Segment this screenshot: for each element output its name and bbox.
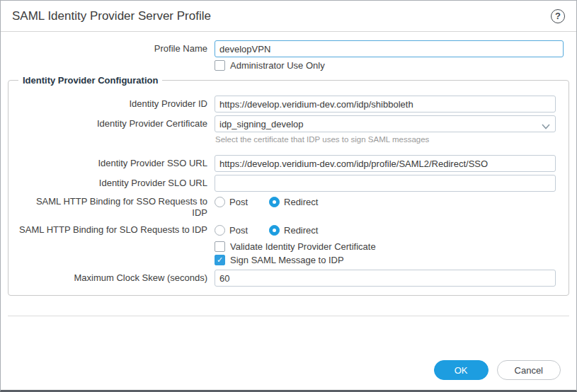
administrator-use-only-label: Administrator Use Only [230,60,325,71]
clock-skew-input[interactable] [215,270,556,287]
slo-binding-label: SAML HTTP Binding for SLO Requests to ID… [16,224,215,236]
dialog-body: Profile Name Administrator Use Only Iden… [1,32,576,350]
idp-certificate-select[interactable]: idp_signing_develop [215,115,556,132]
idp-id-label: Identity Provider ID [16,98,215,110]
sign-saml-message-checkbox[interactable]: ✓ [215,255,225,265]
dialog-title: SAML Identity Provider Server Profile [12,9,551,23]
sso-url-label: Identity Provider SSO URL [16,158,215,169]
chevron-down-icon[interactable] [542,121,550,132]
slo-binding-redirect-radio[interactable] [269,225,280,236]
idp-certificate-hint: Select the certificate that IDP uses to … [215,135,429,144]
sso-binding-label: SAML HTTP Binding for SSO Requests to ID… [16,196,215,219]
dialog-titlebar: SAML Identity Provider Server Profile ? [1,1,576,32]
validate-idp-certificate-label: Validate Identity Provider Certificate [230,241,376,252]
slo-binding-redirect-label: Redirect [284,225,318,236]
ok-button[interactable]: OK [434,360,489,380]
sign-saml-message-label: Sign SAML Message to IDP [230,255,344,265]
slo-binding-post-label: Post [229,225,248,236]
identity-provider-configuration-group: Identity Provider Configuration Identity… [8,75,569,296]
clock-skew-label: Maximum Clock Skew (seconds) [16,272,215,284]
idp-id-input[interactable] [215,96,556,113]
validate-idp-certificate-checkbox[interactable] [215,241,225,252]
idp-certificate-value: idp_signing_develop [219,119,304,129]
dialog-footer: OK Cancel [1,350,576,390]
cancel-button[interactable]: Cancel [497,360,561,380]
idp-certificate-label: Identity Provider Certificate [16,118,215,129]
spacer [16,135,215,144]
slo-url-input[interactable] [215,175,556,192]
sso-binding-redirect-label: Redirect [284,197,318,207]
profile-name-label: Profile Name [8,43,215,54]
administrator-use-only-checkbox[interactable] [215,60,225,71]
slo-url-label: Identity Provider SLO URL [16,178,215,189]
saml-idp-server-profile-dialog: SAML Identity Provider Server Profile ? … [0,0,577,392]
sso-binding-post-radio[interactable] [215,197,225,207]
profile-name-input[interactable] [215,40,564,57]
identity-provider-configuration-title: Identity Provider Configuration [18,75,162,86]
sso-url-input[interactable] [215,155,556,172]
footer-divider [8,316,569,316]
slo-binding-post-radio[interactable] [215,225,225,236]
help-icon[interactable]: ? [551,9,565,23]
sso-binding-redirect-radio[interactable] [269,197,280,207]
sso-binding-post-label: Post [229,197,248,207]
